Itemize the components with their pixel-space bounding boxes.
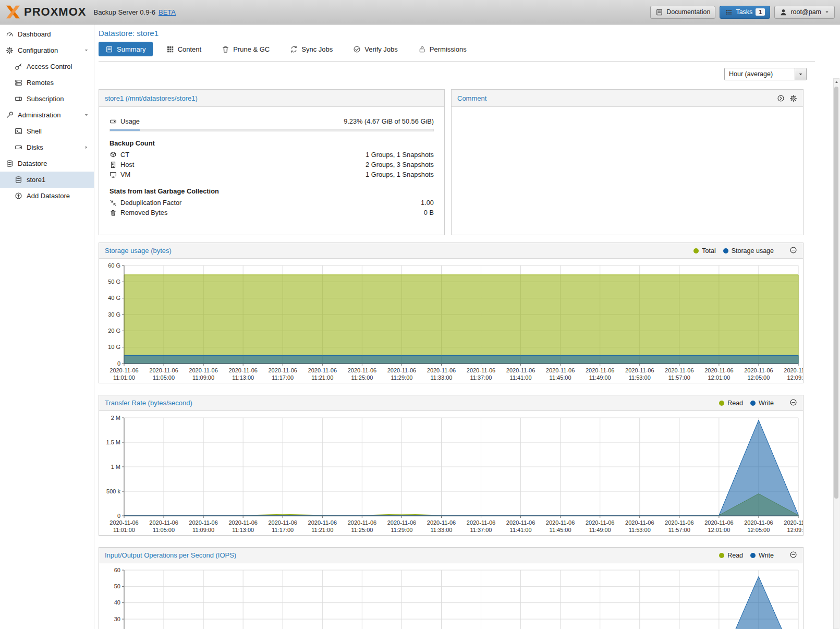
svg-text:2020-11-06: 2020-11-06 <box>625 519 654 526</box>
chevron-circle-icon[interactable] <box>777 94 785 102</box>
hdd-icon <box>109 118 117 125</box>
storage-usage-chart: 010 G20 G30 G40 G50 G60 G2020-11-0611:01… <box>99 259 803 383</box>
sidebar-item-add-datastore[interactable]: Add Datastore <box>0 188 94 204</box>
tasks-button[interactable]: Tasks 1 <box>720 6 770 19</box>
chevron-down-icon <box>824 9 830 15</box>
svg-text:11:45:00: 11:45:00 <box>550 374 571 381</box>
tasks-count-badge: 1 <box>756 8 765 16</box>
svg-text:2020-11-06: 2020-11-06 <box>744 367 773 373</box>
gear-icon[interactable] <box>789 94 797 102</box>
svg-text:2020-11-06: 2020-11-06 <box>387 519 416 526</box>
summary-panel-header: store1 (/mnt/datastores/store1) <box>99 90 444 107</box>
sidebar-item-remotes[interactable]: Remotes <box>0 75 94 91</box>
svg-text:2020-11-06: 2020-11-06 <box>427 519 456 526</box>
svg-text:2020-11-06: 2020-11-06 <box>506 367 535 373</box>
sidebar-item-configuration[interactable]: Configuration <box>0 42 94 58</box>
trash-icon <box>222 45 229 53</box>
legend-read[interactable]: Read <box>719 552 743 559</box>
svg-text:11:49:00: 11:49:00 <box>589 374 611 381</box>
svg-text:11:49:00: 11:49:00 <box>589 527 611 533</box>
svg-text:2020-11-06: 2020-11-06 <box>228 519 257 526</box>
scroll-up-button[interactable] <box>834 79 839 86</box>
hdd-icon <box>15 143 22 151</box>
database-icon <box>6 160 14 167</box>
tab-prune-gc[interactable]: Prune & GC <box>215 42 276 56</box>
sidebar-item-datastore[interactable]: Datastore <box>0 155 94 172</box>
svg-text:11:09:00: 11:09:00 <box>192 374 214 381</box>
caret-up-icon <box>834 80 839 84</box>
svg-text:11:17:00: 11:17:00 <box>272 527 294 533</box>
dedup-row: Deduplication Factor 1.00 <box>109 198 434 208</box>
collapse-icon[interactable] <box>789 398 797 406</box>
svg-text:60: 60 <box>114 567 120 573</box>
usage-row: Usage 9.23% (4.67 GiB of 50.56 GiB) <box>109 116 434 126</box>
svg-text:2020-11-06: 2020-11-06 <box>427 367 456 373</box>
tab-sync-jobs[interactable]: Sync Jobs <box>283 42 339 56</box>
sidebar-item-access-control[interactable]: Access Control <box>0 58 94 75</box>
svg-text:2020-11-06: 2020-11-06 <box>704 367 733 373</box>
sidebar-item-subscription[interactable]: Subscription <box>0 91 94 107</box>
legend-write[interactable]: Write <box>750 552 774 559</box>
sidebar-item-shell[interactable]: Shell <box>0 123 94 139</box>
combo-trigger[interactable] <box>795 68 806 80</box>
chevron-down-icon <box>798 71 804 77</box>
svg-text:500 k: 500 k <box>106 488 120 494</box>
svg-text:2020-11-06: 2020-11-06 <box>228 367 257 373</box>
legend-storage-usage[interactable]: Storage usage <box>723 247 774 255</box>
tab-permissions[interactable]: Permissions <box>411 42 473 56</box>
svg-text:11:21:00: 11:21:00 <box>311 527 333 533</box>
sidebar-item-dashboard[interactable]: Dashboard <box>0 26 94 42</box>
svg-text:2020-11-06: 2020-11-06 <box>308 367 337 373</box>
legend-dot-total <box>693 248 699 253</box>
svg-text:2020-11-06: 2020-11-06 <box>467 519 495 526</box>
svg-text:12:01:00: 12:01:00 <box>708 527 730 533</box>
collapse-icon[interactable] <box>789 551 797 559</box>
sidebar-item-disks[interactable]: Disks <box>0 139 94 155</box>
sidebar-item-administration[interactable]: Administration <box>0 107 94 123</box>
svg-text:11:21:00: 11:21:00 <box>311 374 333 381</box>
svg-text:12:05:00: 12:05:00 <box>747 374 770 381</box>
svg-text:2020-11-06: 2020-11-06 <box>189 519 217 526</box>
svg-text:2020-11-06: 2020-11-06 <box>704 519 733 526</box>
comment-panel-header: Comment <box>452 90 803 107</box>
svg-text:40: 40 <box>114 599 120 606</box>
svg-text:2020-11-06: 2020-11-06 <box>149 367 178 373</box>
vertical-scrollbar[interactable] <box>833 78 839 629</box>
sidebar-nav: Dashboard Configuration Access Control R… <box>0 25 94 629</box>
grid-icon <box>166 45 174 53</box>
svg-text:11:17:00: 11:17:00 <box>272 374 294 381</box>
svg-text:11:57:00: 11:57:00 <box>668 374 690 381</box>
scrollbar-thumb[interactable] <box>834 87 838 499</box>
iops-chart-panel: Input/Output Operations per Second (IOPS… <box>99 547 804 629</box>
sidebar-item-store1[interactable]: store1 <box>0 172 94 188</box>
sync-icon <box>290 45 298 53</box>
svg-text:2020-11-06: 2020-11-06 <box>268 519 297 526</box>
user-menu-button[interactable]: root@pam <box>774 6 835 19</box>
removed-bytes-row: Removed Bytes 0 B <box>109 208 434 217</box>
tab-content[interactable]: Content <box>160 42 209 56</box>
tab-summary[interactable]: Summary <box>99 42 153 56</box>
legend-write[interactable]: Write <box>750 400 774 407</box>
unlock-icon <box>418 45 426 53</box>
comment-panel: Comment <box>451 89 804 235</box>
beta-link[interactable]: BETA <box>159 8 176 16</box>
documentation-button[interactable]: Documentation <box>650 6 715 19</box>
collapse-icon[interactable] <box>789 246 797 254</box>
svg-text:2020-11-06: 2020-11-06 <box>784 367 803 373</box>
svg-text:11:25:00: 11:25:00 <box>351 374 373 381</box>
svg-text:11:05:00: 11:05:00 <box>153 374 175 381</box>
page-title: Datastore: store1 <box>99 29 840 38</box>
svg-text:2020-11-06: 2020-11-06 <box>109 519 138 526</box>
svg-text:0: 0 <box>117 360 120 367</box>
time-range-select[interactable]: Hour (average) <box>724 68 807 80</box>
book-icon <box>655 8 663 16</box>
svg-text:11:01:00: 11:01:00 <box>113 374 135 381</box>
svg-text:2020-11-06: 2020-11-06 <box>546 367 575 373</box>
svg-text:12:01:00: 12:01:00 <box>708 374 730 381</box>
svg-text:2020-11-06: 2020-11-06 <box>387 367 416 373</box>
svg-text:30: 30 <box>114 616 120 622</box>
legend-total[interactable]: Total <box>693 247 715 255</box>
tab-verify-jobs[interactable]: Verify Jobs <box>346 42 405 56</box>
dashboard-icon <box>6 30 14 38</box>
legend-read[interactable]: Read <box>719 400 743 407</box>
